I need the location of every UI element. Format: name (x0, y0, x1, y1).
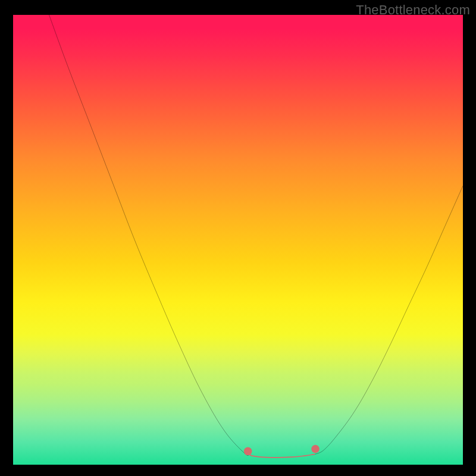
curve-overlay (13, 15, 463, 465)
right-curve (315, 186, 463, 454)
left-curve (49, 15, 249, 456)
watermark-label: TheBottleneck.com (356, 2, 470, 18)
plot-area (13, 15, 463, 465)
chart-frame: TheBottleneck.com (0, 0, 476, 476)
highlight-dot (311, 445, 320, 453)
highlight-dot-left (244, 447, 252, 456)
floor-highlight (249, 454, 315, 457)
